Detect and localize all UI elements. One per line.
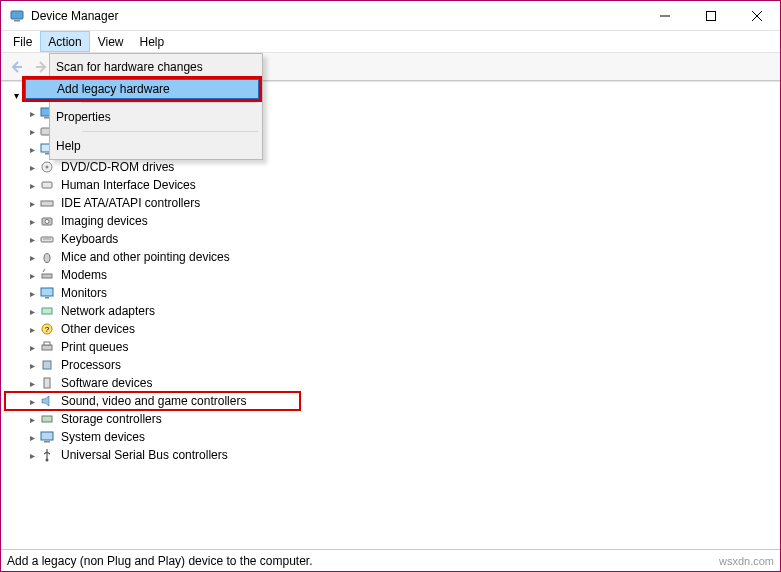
svg-text:?: ? bbox=[45, 325, 50, 334]
menu-item-label: Add legacy hardware bbox=[53, 82, 170, 96]
menu-properties[interactable]: Properties bbox=[24, 106, 260, 128]
controller-icon bbox=[39, 195, 55, 211]
sound-icon bbox=[39, 393, 55, 409]
svg-rect-25 bbox=[41, 288, 53, 296]
menu-view[interactable]: View bbox=[90, 31, 132, 52]
statusbar: Add a legacy (non Plug and Play) device … bbox=[1, 549, 780, 571]
tree-item-software[interactable]: ▸ Software devices bbox=[5, 374, 780, 392]
tree-item-label: Imaging devices bbox=[59, 214, 150, 228]
tree-item-keyboards[interactable]: ▸ Keyboards bbox=[5, 230, 780, 248]
status-text: Add a legacy (non Plug and Play) device … bbox=[7, 554, 313, 568]
window-controls bbox=[642, 1, 780, 30]
tree-item-hid[interactable]: ▸ Human Interface Devices bbox=[5, 176, 780, 194]
menu-add-legacy-hardware[interactable]: Add legacy hardware bbox=[25, 79, 259, 99]
tree-item-label: Mice and other pointing devices bbox=[59, 250, 232, 264]
svg-point-22 bbox=[44, 254, 50, 263]
tree-item-modems[interactable]: ▸ Modems bbox=[5, 266, 780, 284]
menu-item-label: Scan for hardware changes bbox=[52, 60, 203, 74]
chevron-right-icon[interactable]: ▸ bbox=[25, 306, 39, 317]
tree-item-mice[interactable]: ▸ Mice and other pointing devices bbox=[5, 248, 780, 266]
chevron-right-icon[interactable]: ▸ bbox=[25, 414, 39, 425]
tree-item-label: Human Interface Devices bbox=[59, 178, 198, 192]
tree-item-label: Keyboards bbox=[59, 232, 120, 246]
svg-rect-34 bbox=[42, 416, 52, 422]
svg-rect-36 bbox=[44, 441, 50, 443]
system-icon bbox=[39, 429, 55, 445]
menu-item-label: Help bbox=[52, 139, 81, 153]
tree-item-other[interactable]: ▸ ? Other devices bbox=[5, 320, 780, 338]
network-icon bbox=[39, 303, 55, 319]
keyboard-icon bbox=[39, 231, 55, 247]
chevron-right-icon[interactable]: ▸ bbox=[25, 360, 39, 371]
chevron-right-icon[interactable]: ▸ bbox=[25, 288, 39, 299]
svg-rect-31 bbox=[44, 342, 50, 345]
menu-help[interactable]: Help bbox=[24, 135, 260, 157]
tree-item-label: Print queues bbox=[59, 340, 130, 354]
chevron-right-icon[interactable]: ▸ bbox=[25, 180, 39, 191]
tree-item-label: System devices bbox=[59, 430, 147, 444]
maximize-button[interactable] bbox=[688, 1, 734, 30]
menu-action[interactable]: Action bbox=[40, 31, 89, 52]
tree-item-storage[interactable]: ▸ Storage controllers bbox=[5, 410, 780, 428]
hid-icon bbox=[39, 177, 55, 193]
menu-file[interactable]: File bbox=[5, 31, 40, 52]
tree-item-monitors[interactable]: ▸ Monitors bbox=[5, 284, 780, 302]
chevron-right-icon[interactable]: ▸ bbox=[25, 342, 39, 353]
menu-item-label: Properties bbox=[52, 110, 111, 124]
action-menu-dropdown: Scan for hardware changes Add legacy har… bbox=[49, 53, 263, 160]
chevron-right-icon[interactable]: ▸ bbox=[25, 450, 39, 461]
svg-rect-35 bbox=[41, 432, 53, 440]
tree-item-imaging[interactable]: ▸ Imaging devices bbox=[5, 212, 780, 230]
chevron-right-icon[interactable]: ▸ bbox=[25, 396, 39, 407]
svg-rect-1 bbox=[14, 20, 20, 22]
tree-item-label: Universal Serial Bus controllers bbox=[59, 448, 230, 462]
tree-item-label: Sound, video and game controllers bbox=[59, 394, 248, 408]
tree-item-sound-video-game[interactable]: ▸ Sound, video and game controllers bbox=[5, 392, 300, 410]
modem-icon bbox=[39, 267, 55, 283]
menu-help[interactable]: Help bbox=[132, 31, 173, 52]
svg-point-15 bbox=[46, 166, 49, 169]
tree-item-processors[interactable]: ▸ Processors bbox=[5, 356, 780, 374]
printer-icon bbox=[39, 339, 55, 355]
svg-rect-16 bbox=[42, 182, 52, 188]
tree-item-ide[interactable]: ▸ IDE ATA/ATAPI controllers bbox=[5, 194, 780, 212]
device-manager-window: Device Manager File Action View Help Sca… bbox=[0, 0, 781, 572]
tree-item-dvd[interactable]: ▸ DVD/CD-ROM drives bbox=[5, 158, 780, 176]
chevron-right-icon[interactable]: ▸ bbox=[25, 198, 39, 209]
cd-icon bbox=[39, 159, 55, 175]
tree-item-label: Software devices bbox=[59, 376, 154, 390]
other-icon: ? bbox=[39, 321, 55, 337]
watermark: wsxdn.com bbox=[719, 555, 774, 567]
chevron-right-icon[interactable]: ▸ bbox=[25, 432, 39, 443]
mouse-icon bbox=[39, 249, 55, 265]
tree-item-label: Monitors bbox=[59, 286, 109, 300]
tree-item-system[interactable]: ▸ System devices bbox=[5, 428, 780, 446]
svg-point-37 bbox=[46, 459, 49, 462]
chevron-right-icon[interactable]: ▸ bbox=[25, 234, 39, 245]
tree-item-label: Processors bbox=[59, 358, 123, 372]
chevron-right-icon[interactable]: ▸ bbox=[25, 324, 39, 335]
svg-rect-27 bbox=[42, 308, 52, 314]
window-title: Device Manager bbox=[31, 9, 642, 23]
tree-item-usb[interactable]: ▸ Universal Serial Bus controllers bbox=[5, 446, 780, 464]
minimize-button[interactable] bbox=[642, 1, 688, 30]
menu-scan-hardware[interactable]: Scan for hardware changes bbox=[24, 56, 260, 78]
svg-rect-7 bbox=[28, 99, 34, 101]
tree-item-label: Network adapters bbox=[59, 304, 157, 318]
tree-item-print[interactable]: ▸ Print queues bbox=[5, 338, 780, 356]
camera-icon bbox=[39, 213, 55, 229]
chevron-right-icon[interactable]: ▸ bbox=[25, 270, 39, 281]
svg-rect-0 bbox=[11, 11, 23, 19]
close-button[interactable] bbox=[734, 1, 780, 30]
usb-icon bbox=[39, 447, 55, 463]
tree-item-label: Other devices bbox=[59, 322, 137, 336]
tree-item-network[interactable]: ▸ Network adapters bbox=[5, 302, 780, 320]
chevron-right-icon[interactable]: ▸ bbox=[25, 162, 39, 173]
chevron-right-icon[interactable]: ▸ bbox=[25, 378, 39, 389]
svg-rect-20 bbox=[41, 237, 53, 242]
svg-rect-23 bbox=[42, 274, 52, 278]
chevron-down-icon[interactable]: ▾ bbox=[9, 90, 23, 101]
tree-item-label: DVD/CD-ROM drives bbox=[59, 160, 176, 174]
chevron-right-icon[interactable]: ▸ bbox=[25, 216, 39, 227]
chevron-right-icon[interactable]: ▸ bbox=[25, 252, 39, 263]
